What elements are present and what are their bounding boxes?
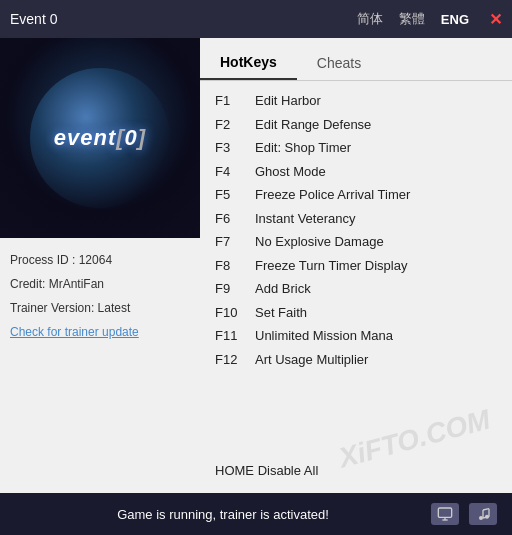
window-title: Event 0 (10, 11, 353, 27)
game-logo-circle: event[0] (30, 68, 170, 208)
process-id-label: Process ID : 12064 (10, 253, 112, 267)
tabs-bar: HotKeys Cheats (200, 38, 512, 81)
lang-english[interactable]: ENG (437, 10, 473, 29)
hotkey-key: F7 (215, 232, 255, 252)
music-icon[interactable] (469, 503, 497, 525)
home-key: HOME (215, 463, 254, 478)
hotkey-description: Ghost Mode (255, 162, 326, 182)
hotkey-key: F12 (215, 350, 255, 370)
hotkey-item: F9Add Brick (215, 279, 497, 299)
tab-cheats[interactable]: Cheats (297, 46, 381, 80)
title-bar: Event 0 简体 繁體 ENG ✕ (0, 0, 512, 38)
hotkey-description: Set Faith (255, 303, 307, 323)
hotkey-key: F4 (215, 162, 255, 182)
hotkey-description: Edit Range Defense (255, 115, 371, 135)
hotkey-key: F1 (215, 91, 255, 111)
credit-label: Credit: (10, 277, 45, 291)
check-update-link[interactable]: Check for trainer update (10, 325, 139, 339)
hotkey-description: Freeze Police Arrival Timer (255, 185, 410, 205)
hotkey-key: F2 (215, 115, 255, 135)
lang-simple-chinese[interactable]: 简体 (353, 8, 387, 30)
credit-value: MrAntiFan (49, 277, 104, 291)
left-info-panel: Process ID : 12064 Credit: MrAntiFan Tra… (0, 238, 200, 493)
hotkey-description: Edit: Shop Timer (255, 138, 351, 158)
hotkey-description: Edit Harbor (255, 91, 321, 111)
status-message: Game is running, trainer is activated! (15, 507, 431, 522)
language-buttons: 简体 繁體 ENG ✕ (353, 8, 502, 30)
hotkey-description: Unlimited Mission Mana (255, 326, 393, 346)
game-title-word: event (54, 125, 116, 150)
main-content: event[0] Process ID : 12064 Credit: MrAn… (0, 38, 512, 493)
hotkey-item: F3Edit: Shop Timer (215, 138, 497, 158)
hotkey-key: F9 (215, 279, 255, 299)
trainer-version-row: Trainer Version: Latest (10, 301, 190, 315)
hotkey-key: F8 (215, 256, 255, 276)
status-icons (431, 503, 497, 525)
hotkey-description: Art Usage Multiplier (255, 350, 368, 370)
hotkey-key: F11 (215, 326, 255, 346)
hotkey-key: F5 (215, 185, 255, 205)
hotkey-key: F10 (215, 303, 255, 323)
game-logo-text: event[0] (54, 125, 146, 151)
hotkey-description: Freeze Turn Timer Display (255, 256, 407, 276)
hotkey-description: No Explosive Damage (255, 232, 384, 252)
hotkey-item: F11Unlimited Mission Mana (215, 326, 497, 346)
hotkey-item: F12Art Usage Multiplier (215, 350, 497, 370)
home-desc: Disable All (258, 463, 319, 478)
svg-line-7 (483, 509, 489, 510)
monitor-icon[interactable] (431, 503, 459, 525)
hotkeys-list: F1Edit HarborF2Edit Range DefenseF3Edit:… (200, 81, 512, 453)
hotkey-item: F2Edit Range Defense (215, 115, 497, 135)
close-button[interactable]: ✕ (489, 10, 502, 29)
hotkey-key: F3 (215, 138, 255, 158)
update-link-row[interactable]: Check for trainer update (10, 325, 190, 339)
home-disable-all: HOME Disable All (215, 463, 497, 478)
hotkey-description: Instant Veterancy (255, 209, 355, 229)
hotkey-item: F10Set Faith (215, 303, 497, 323)
hotkey-item: F1Edit Harbor (215, 91, 497, 111)
game-image: event[0] (0, 38, 200, 238)
credit-row: Credit: MrAntiFan (10, 277, 190, 291)
hotkey-item: F5Freeze Police Arrival Timer (215, 185, 497, 205)
hotkey-description: Add Brick (255, 279, 311, 299)
trainer-version-label: Trainer Version: Latest (10, 301, 130, 315)
hotkey-item: F8Freeze Turn Timer Display (215, 256, 497, 276)
hotkey-item: F7No Explosive Damage (215, 232, 497, 252)
status-bar: Game is running, trainer is activated! (0, 493, 512, 535)
lang-trad-chinese[interactable]: 繁體 (395, 8, 429, 30)
tab-hotkeys[interactable]: HotKeys (200, 46, 297, 80)
right-panel: HotKeys Cheats F1Edit HarborF2Edit Range… (200, 38, 512, 493)
process-id-row: Process ID : 12064 (10, 253, 190, 267)
svg-rect-0 (438, 508, 451, 517)
hotkey-item: F4Ghost Mode (215, 162, 497, 182)
hotkey-item: F6Instant Veterancy (215, 209, 497, 229)
hotkey-key: F6 (215, 209, 255, 229)
left-panel: event[0] Process ID : 12064 Credit: MrAn… (0, 38, 200, 493)
